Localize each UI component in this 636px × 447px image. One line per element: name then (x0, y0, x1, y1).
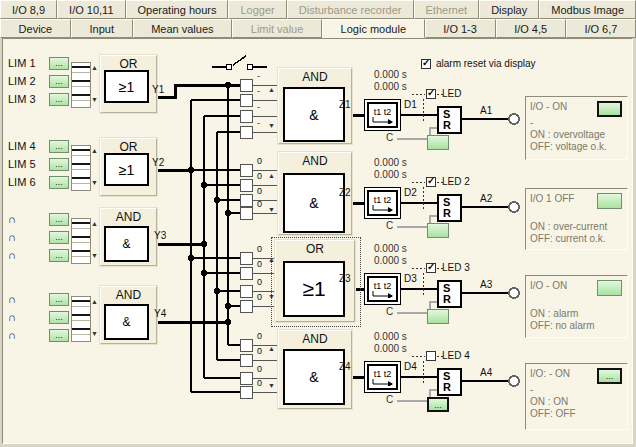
gate-title: AND (101, 287, 156, 302)
input-select-button[interactable]: ... (49, 249, 69, 262)
io-config-button[interactable] (597, 101, 622, 117)
gate-input-checkbox[interactable] (240, 179, 253, 192)
tab-logic-module[interactable]: Logic module (322, 19, 425, 38)
tab-disturbance-recorder[interactable]: Disturbance recorder (287, 0, 414, 19)
input-select-button[interactable]: ... (49, 329, 69, 342)
gate-input-checkbox[interactable] (240, 126, 253, 139)
scroll-up-icon[interactable]: ▲ (268, 345, 275, 352)
gate-input-checkbox[interactable] (240, 372, 253, 385)
alarm-reset-label: alarm reset via display (436, 58, 535, 69)
input-select-button[interactable]: ... (49, 158, 69, 171)
gate-input-checkbox[interactable] (240, 94, 253, 107)
stage-config-button[interactable] (427, 223, 449, 238)
tab-input[interactable]: Input (71, 19, 133, 38)
input-signal-list[interactable] (71, 62, 91, 108)
scroll-down-icon[interactable]: ▼ (268, 293, 275, 300)
tab-io-1-3[interactable]: I/O 1-3 (425, 19, 496, 38)
tab-modbus-image[interactable]: Modbus Image (539, 0, 636, 19)
scroll-up-icon[interactable]: ▲ (268, 172, 275, 179)
stage-config-button[interactable] (427, 135, 449, 150)
tab-io-10-11[interactable]: I/O 10,11 (57, 0, 125, 19)
led-checkbox[interactable] (426, 89, 436, 99)
gate-input-checkbox[interactable] (240, 267, 253, 280)
input-select-button[interactable]: ... (49, 57, 69, 70)
y1-label: Y1 (152, 84, 164, 95)
gate-input-checkbox[interactable] (240, 110, 253, 123)
gate-input-checkbox[interactable] (240, 79, 253, 92)
scroll-up-icon[interactable]: ▲ (268, 86, 275, 93)
input-select-button[interactable]: ... (49, 231, 69, 244)
gate-input-checkbox[interactable] (240, 164, 253, 177)
tab-mean-values[interactable]: Mean values (133, 19, 233, 38)
io-config-button[interactable]: ... (597, 368, 622, 384)
io-config-button[interactable] (597, 280, 622, 296)
info-panel-line: ON : alarm (530, 308, 623, 320)
c-label: C (386, 220, 393, 231)
gate-input-checkbox[interactable] (240, 386, 253, 399)
input-select-button[interactable]: ... (49, 176, 69, 189)
timer-block[interactable]: t1 t2 (364, 361, 401, 393)
gate-input-checkbox[interactable] (240, 194, 253, 207)
led-checkbox[interactable] (426, 177, 436, 187)
io-config-button[interactable] (597, 193, 622, 209)
timer-value-1: 0.000 s (374, 157, 407, 168)
sr-flipflop: S R (437, 280, 462, 308)
scroll-down-icon[interactable]: ▼ (268, 206, 275, 213)
timer-block[interactable]: t1 t2 (364, 99, 401, 131)
timer-block[interactable]: t1 t2 (364, 187, 401, 219)
input-select-button[interactable]: ... (49, 140, 69, 153)
gate-input-checkbox[interactable] (240, 300, 253, 313)
led-label: LED (442, 88, 461, 99)
tab-row-2: Device Input Mean values Limit value Log… (0, 19, 636, 38)
tab-logger[interactable]: Logger (228, 0, 286, 19)
gate-input-checkbox[interactable] (240, 285, 253, 298)
input-signal-list[interactable] (71, 145, 91, 191)
gate-input-flag: 0 (257, 346, 262, 356)
gate-input-checkbox[interactable] (240, 207, 253, 220)
scroll-down-icon[interactable]: ▼ (91, 330, 98, 337)
timer-block[interactable]: t1 t2 (364, 273, 401, 305)
a4-label: A4 (480, 367, 492, 378)
scroll-down-icon[interactable]: ▼ (268, 122, 275, 129)
tab-io-6-7[interactable]: I/O 6,7 (566, 19, 636, 38)
tab-io-8-9[interactable]: I/O 8,9 (0, 0, 57, 19)
gate-input-checkbox[interactable] (240, 339, 253, 352)
input-signal-list[interactable] (71, 296, 91, 342)
tab-device[interactable]: Device (0, 19, 71, 38)
scroll-up-icon[interactable]: ▲ (91, 147, 98, 154)
info-panel-line: ON : over-current (530, 221, 623, 233)
scroll-down-icon[interactable]: ▼ (91, 252, 98, 259)
logic-module-window: { "tabs": { "row1": [ {"label": "I/O 8,9… (0, 0, 636, 447)
input-select-button[interactable]: ... (49, 93, 69, 106)
scroll-up-icon[interactable]: ▲ (91, 298, 98, 305)
scroll-up-icon[interactable]: ▲ (91, 64, 98, 71)
tab-io-4-5[interactable]: I/O 4,5 (496, 19, 566, 38)
c-label: C (386, 132, 393, 143)
tab-limit-value[interactable]: Limit value (232, 19, 322, 38)
timer-value-1: 0.000 s (374, 331, 407, 342)
input-select-button[interactable]: ... (49, 213, 69, 226)
gate-input-checkbox[interactable] (240, 354, 253, 367)
tab-operating-hours[interactable]: Operating hours (126, 0, 229, 19)
gate-input-checkbox[interactable] (240, 252, 253, 265)
led-checkbox[interactable] (426, 263, 436, 273)
tab-display[interactable]: Display (479, 0, 539, 19)
input-signal-list[interactable] (71, 218, 91, 264)
gate-title: AND (279, 153, 351, 168)
scroll-down-icon[interactable]: ▼ (91, 96, 98, 103)
stage-config-button[interactable]: ... (427, 397, 449, 412)
scroll-up-icon[interactable]: ▲ (91, 220, 98, 227)
and-gate-3-symbol: & (104, 226, 149, 262)
input-select-button[interactable]: ... (49, 75, 69, 88)
tab-ethernet[interactable]: Ethernet (414, 0, 480, 19)
scroll-down-icon[interactable]: ▼ (91, 179, 98, 186)
scroll-down-icon[interactable]: ▼ (268, 382, 275, 389)
timer-label: t1 t2 (374, 369, 392, 379)
led-checkbox[interactable] (426, 351, 436, 361)
alarm-reset-checkbox[interactable] (421, 59, 431, 69)
stage-config-button[interactable] (427, 309, 449, 324)
input-select-button[interactable]: ... (49, 311, 69, 324)
scroll-up-icon[interactable]: ▲ (268, 256, 275, 263)
input-select-button[interactable]: ... (49, 293, 69, 306)
gate-input-flag: 0 (257, 277, 262, 287)
